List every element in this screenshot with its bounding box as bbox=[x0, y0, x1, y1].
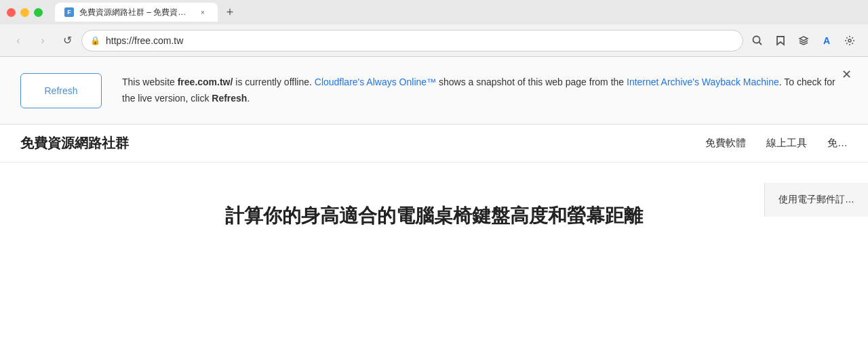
site-nav: 免費軟體 線上工具 免… bbox=[705, 137, 848, 150]
address-bar[interactable]: 🔒 https://free.com.tw bbox=[81, 30, 743, 51]
sidebar-widget: 使用電子郵件訂… bbox=[764, 183, 868, 217]
nav-item-more[interactable]: 免… bbox=[827, 137, 848, 150]
translate-icon-button[interactable]: A bbox=[816, 30, 837, 51]
wayback-link[interactable]: Internet Archive's Wayback Machine bbox=[627, 77, 779, 87]
nav-icons: A bbox=[747, 30, 860, 51]
tab-favicon: F bbox=[64, 7, 74, 17]
bookmark-icon-button[interactable] bbox=[770, 30, 791, 51]
tab-title: 免費資源網路社群 – 免費資源指… bbox=[79, 7, 192, 18]
browser-tab[interactable]: F 免費資源網路社群 – 免費資源指… × bbox=[55, 3, 218, 22]
sidebar-widget-text: 使用電子郵件訂… bbox=[778, 194, 854, 205]
title-bar: F 免費資源網路社群 – 免費資源指… × + bbox=[0, 0, 868, 24]
svg-point-4 bbox=[848, 39, 851, 42]
refresh-button[interactable]: ↺ bbox=[57, 30, 77, 51]
url-text: https://free.com.tw bbox=[106, 35, 734, 46]
site-header: 免費資源網路社群 免費軟體 線上工具 免… bbox=[0, 125, 868, 163]
nav-item-software[interactable]: 免費軟體 bbox=[705, 137, 746, 150]
site-logo: 免費資源網路社群 bbox=[20, 134, 129, 152]
nav-item-tools[interactable]: 線上工具 bbox=[766, 137, 807, 150]
svg-point-0 bbox=[753, 36, 760, 43]
offline-banner: Refresh This website free.com.tw/ is cur… bbox=[0, 57, 868, 125]
extensions-icon-button[interactable] bbox=[840, 30, 860, 51]
svg-marker-2 bbox=[777, 37, 784, 45]
tab-close-button[interactable]: × bbox=[197, 7, 208, 18]
banner-close-button[interactable]: ✕ bbox=[838, 66, 854, 83]
banner-message: This website free.com.tw/ is currently o… bbox=[122, 74, 848, 107]
hero-title: 計算你的身高適合的電腦桌椅鍵盤高度和螢幕距離 bbox=[20, 203, 848, 229]
site-main: 計算你的身高適合的電腦桌椅鍵盤高度和螢幕距離 使用電子郵件訂… bbox=[0, 163, 868, 249]
nav-bar: ‹ › ↺ 🔒 https://free.com.tw A bbox=[0, 24, 868, 57]
back-button[interactable]: ‹ bbox=[8, 30, 28, 51]
layers-icon-button[interactable] bbox=[793, 30, 814, 51]
lock-icon: 🔒 bbox=[90, 36, 100, 45]
maximize-button[interactable] bbox=[34, 8, 43, 17]
refresh-main-button[interactable]: Refresh bbox=[20, 73, 102, 108]
tab-bar: F 免費資源網路社群 – 免費資源指… × + bbox=[55, 3, 239, 22]
new-tab-button[interactable]: + bbox=[220, 3, 239, 22]
window-controls bbox=[7, 8, 43, 17]
minimize-button[interactable] bbox=[20, 8, 29, 17]
forward-button[interactable]: › bbox=[33, 30, 53, 51]
svg-marker-3 bbox=[800, 37, 808, 41]
close-button[interactable] bbox=[7, 8, 16, 17]
svg-line-1 bbox=[760, 42, 762, 45]
cloudflare-link[interactable]: Cloudflare's Always Online™ bbox=[315, 77, 436, 87]
search-icon-button[interactable] bbox=[747, 30, 768, 51]
